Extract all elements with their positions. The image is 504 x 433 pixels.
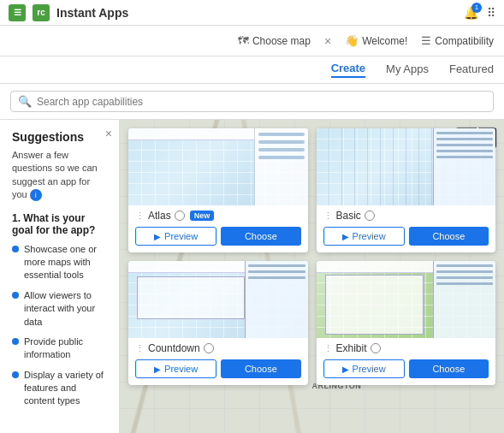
atlas-choose-button[interactable]: Choose xyxy=(221,227,300,246)
sl4 xyxy=(258,156,305,159)
app-card-atlas: ⋮ Atlas New ▶ Preview Choose xyxy=(128,128,308,252)
grid-icon[interactable]: ⠿ xyxy=(487,6,495,20)
option-dot-4 xyxy=(12,371,19,378)
sidebar-option-1[interactable]: Showcase one or more maps with essential… xyxy=(12,243,107,282)
atlas-choose-label: Choose xyxy=(245,231,277,241)
search-input[interactable] xyxy=(37,96,486,108)
info-icon[interactable]: i xyxy=(30,189,42,201)
sl3 xyxy=(258,148,305,151)
map-icon: 🗺 xyxy=(238,34,249,47)
option-label-3: Provide public information xyxy=(24,335,107,362)
basic-preview-button[interactable]: ▶ Preview xyxy=(323,227,405,246)
el3 xyxy=(436,276,493,279)
countdown-actions: ▶ Preview Choose xyxy=(135,359,301,378)
sidebar-close-button[interactable]: × xyxy=(105,127,112,140)
exhibit-choose-label: Choose xyxy=(432,364,465,374)
countdown-drag-handle: ⋮ xyxy=(135,343,145,354)
el4 xyxy=(436,282,493,285)
atlas-preview-button[interactable]: ▶ Preview xyxy=(135,227,216,246)
option-label-1: Showcase one or more maps with essential… xyxy=(24,243,107,282)
exhibit-name-row: ⋮ Exhibit xyxy=(323,342,489,354)
menu-icon[interactable]: ☰ xyxy=(9,4,26,21)
atlas-new-badge: New xyxy=(190,211,215,221)
basic-choose-button[interactable]: Choose xyxy=(409,227,489,246)
basic-preview-icon: ▶ xyxy=(342,232,349,241)
welcome-label: Welcome! xyxy=(362,35,407,47)
countdown-name: Countdown xyxy=(148,342,200,354)
countdown-choose-button[interactable]: Choose xyxy=(221,359,300,378)
sidebar-option-4[interactable]: Display a variety of features and conten… xyxy=(12,369,107,408)
header: ☰ rc Instant Apps 🔔 1 ⠿ xyxy=(0,0,504,26)
app-card-countdown: ⋮ Countdown ▶ Preview Choose xyxy=(128,261,308,385)
option-dot-1 xyxy=(12,246,19,252)
exhibit-choose-button[interactable]: Choose xyxy=(409,359,489,378)
atlas-actions: ▶ Preview Choose xyxy=(135,227,301,246)
tab-create[interactable]: Create xyxy=(331,62,365,78)
atlas-name-row: ⋮ Atlas New xyxy=(135,210,301,222)
app-title: Instant Apps xyxy=(56,6,457,20)
list-icon: ☰ xyxy=(421,34,431,47)
atlas-radio[interactable] xyxy=(175,211,185,221)
basic-name-row: ⋮ Basic xyxy=(323,210,489,222)
app-logo: rc xyxy=(33,4,50,21)
search-wrap: 🔍 xyxy=(10,91,494,112)
cl1 xyxy=(248,264,305,267)
tabs-row: Create My Apps Featured xyxy=(0,56,504,84)
toolbar: 🗺 Choose map × 👋 Welcome! ☰ Compatibilit… xyxy=(0,26,504,56)
rpl1 xyxy=(436,132,493,134)
basic-thumbnail xyxy=(317,128,496,205)
exhibit-main-content xyxy=(325,275,424,334)
atlas-preview-label: Preview xyxy=(164,231,198,241)
exhibit-preview-button[interactable]: ▶ Preview xyxy=(323,359,405,378)
sidebar-option-3[interactable]: Provide public information xyxy=(12,335,107,362)
sidebar-option-2[interactable]: Allow viewers to interact with your data xyxy=(12,289,107,329)
sidebar-title: Suggestions xyxy=(12,130,107,144)
countdown-footer: ⋮ Countdown ▶ Preview Choose xyxy=(128,338,308,385)
option-dot-2 xyxy=(12,292,19,299)
atlas-name: Atlas xyxy=(148,210,171,222)
welcome-button[interactable]: 👋 Welcome! xyxy=(345,34,407,47)
exhibit-radio[interactable] xyxy=(371,343,381,353)
map-area: HOWARD ARLINGTON ⊞ ≡ xyxy=(120,120,504,433)
countdown-preview-icon: ▶ xyxy=(154,365,161,374)
cards-grid: ⋮ Atlas New ▶ Preview Choose xyxy=(128,128,495,385)
countdown-right-panel xyxy=(245,261,307,338)
atlas-preview-icon: ▶ xyxy=(154,232,161,241)
exhibit-thumbnail xyxy=(317,261,496,338)
exhibit-actions: ▶ Preview Choose xyxy=(323,359,489,378)
wave-icon: 👋 xyxy=(345,34,359,47)
atlas-thumb-sidebar xyxy=(254,128,308,205)
toolbar-close-button[interactable]: × xyxy=(324,34,331,48)
rpl4 xyxy=(436,150,493,152)
exhibit-drag-handle: ⋮ xyxy=(323,343,333,354)
tab-featured[interactable]: Featured xyxy=(449,62,494,77)
el1 xyxy=(436,264,493,267)
basic-thumb-bg xyxy=(317,128,496,205)
basic-choose-label: Choose xyxy=(432,231,465,241)
choose-map-label: Choose map xyxy=(252,35,311,47)
search-icon: 🔍 xyxy=(18,95,32,108)
app-card-exhibit: ⋮ Exhibit ▶ Preview Choose xyxy=(317,261,496,385)
exhibit-preview-icon: ▶ xyxy=(342,365,349,374)
countdown-radio[interactable] xyxy=(204,343,214,353)
search-bar: 🔍 xyxy=(0,84,504,120)
notification-badge: 1 xyxy=(471,3,482,13)
basic-actions: ▶ Preview Choose xyxy=(323,227,489,246)
atlas-drag-handle: ⋮ xyxy=(135,211,145,222)
atlas-thumb-bg xyxy=(128,128,308,205)
choose-map-button[interactable]: 🗺 Choose map xyxy=(238,34,311,47)
option-label-4: Display a variety of features and conten… xyxy=(24,369,107,408)
option-label-2: Allow viewers to interact with your data xyxy=(24,289,107,329)
exhibit-thumb-bg xyxy=(317,261,496,338)
countdown-preview-button[interactable]: ▶ Preview xyxy=(135,359,216,378)
basic-right-panel xyxy=(433,128,495,205)
sidebar-description: Answer a few questions so we can suggest… xyxy=(12,149,107,202)
tab-myapps[interactable]: My Apps xyxy=(386,62,429,77)
atlas-footer: ⋮ Atlas New ▶ Preview Choose xyxy=(128,205,308,252)
cl3 xyxy=(248,276,305,279)
compatibility-button[interactable]: ☰ Compatibility xyxy=(421,34,494,47)
sl2 xyxy=(258,140,305,144)
notification-icon[interactable]: 🔔 1 xyxy=(464,6,478,20)
basic-radio[interactable] xyxy=(365,211,375,221)
exhibit-footer: ⋮ Exhibit ▶ Preview Choose xyxy=(317,338,496,385)
